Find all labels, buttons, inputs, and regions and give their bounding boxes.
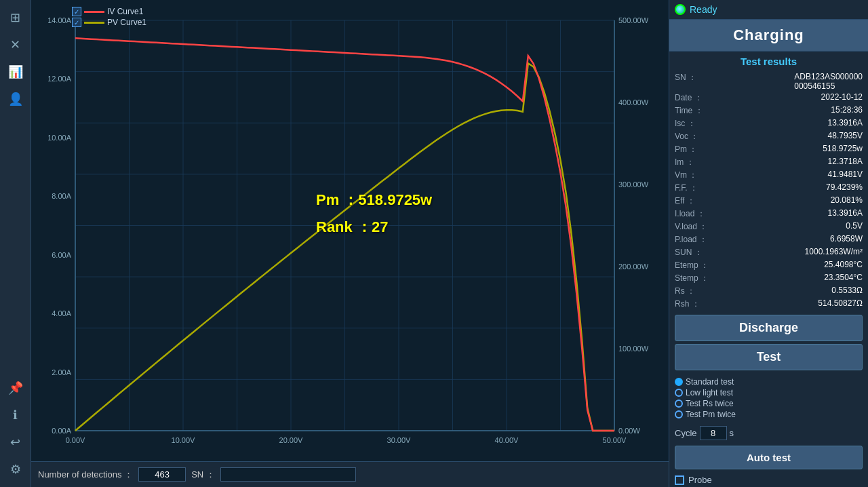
sidebar-item-settings[interactable]: ⚙ bbox=[3, 457, 28, 482]
radio-standard-label: Standard test bbox=[686, 377, 734, 387]
discharge-button[interactable]: Discharge bbox=[675, 315, 863, 341]
sun-row: SUN ： 1000.1963W/m² bbox=[675, 246, 863, 259]
isc-label: Isc ： bbox=[675, 118, 696, 130]
status-bar: Ready bbox=[669, 0, 868, 20]
pload-row: P.load ： 6.6958W bbox=[675, 233, 863, 246]
pm-value: 518.9725w bbox=[823, 144, 863, 155]
probe-row: Probe bbox=[669, 472, 868, 487]
iv-curve-label: IV Curve1 bbox=[107, 7, 143, 16]
vm-label: Vm ： bbox=[675, 170, 697, 181]
radio-lowlight-circle bbox=[675, 389, 683, 397]
sn-label: SN ： bbox=[191, 469, 215, 481]
iload-value: 13.3916A bbox=[828, 208, 863, 220]
radio-rs-label: Test Rs twice bbox=[686, 399, 734, 408]
pv-curve-check[interactable]: ✓ bbox=[72, 18, 81, 27]
probe-label: Probe bbox=[688, 475, 712, 485]
pm-row: Pm ： 518.9725w bbox=[675, 143, 863, 156]
rsh-row: Rsh ： 514.50827Ω bbox=[675, 298, 863, 311]
iv-curve-check[interactable]: ✓ bbox=[72, 7, 81, 16]
ff-label: F.F. ： bbox=[675, 182, 698, 194]
iload-label: I.load ： bbox=[675, 208, 705, 220]
radio-pm-label: Test Pm twice bbox=[686, 410, 736, 419]
eff-row: Eff ： 20.081% bbox=[675, 195, 863, 208]
stemp-value: 23.3504°C bbox=[824, 273, 863, 284]
sidebar: ⊞ ✕ 📊 👤 📌 ℹ ↩ ⚙ bbox=[0, 0, 31, 487]
probe-checkbox[interactable] bbox=[675, 475, 684, 485]
sidebar-item-close[interactable]: ✕ bbox=[3, 33, 28, 57]
vm-value: 41.9481V bbox=[828, 170, 863, 181]
rsh-label: Rsh ： bbox=[675, 298, 700, 310]
date-value: 2022-10-12 bbox=[821, 92, 863, 104]
sidebar-item-info[interactable]: ℹ bbox=[3, 403, 28, 427]
rsh-value: 514.50827Ω bbox=[818, 298, 863, 310]
radio-lowlight[interactable]: Low light test bbox=[675, 388, 863, 397]
time-label: Time ： bbox=[675, 105, 703, 117]
vload-label: V.load ： bbox=[675, 221, 707, 233]
radio-lowlight-label: Low light test bbox=[686, 388, 733, 397]
ready-indicator: Ready bbox=[675, 4, 717, 15]
test-results-title: Test results bbox=[675, 56, 863, 67]
sun-value: 1000.1963W/m² bbox=[805, 247, 863, 258]
auto-test-button[interactable]: Auto test bbox=[675, 446, 863, 469]
ready-dot bbox=[675, 4, 686, 15]
ff-value: 79.4239% bbox=[826, 182, 863, 194]
sun-label: SUN ： bbox=[675, 247, 703, 258]
bottom-bar: Number of detections ： SN ： bbox=[31, 461, 669, 487]
time-value: 15:28:36 bbox=[831, 105, 863, 117]
etemp-value: 25.4098°C bbox=[824, 260, 863, 271]
voc-row: Voc ： 48.7935V bbox=[675, 130, 863, 143]
im-label: Im ： bbox=[675, 157, 694, 168]
radio-standard[interactable]: Standard test bbox=[675, 377, 863, 387]
sn-value: ADB123AS000000000546155 bbox=[794, 72, 863, 91]
cycle-input[interactable] bbox=[700, 426, 727, 440]
sn-label: SN ： bbox=[675, 72, 696, 91]
radio-group: Standard test Low light test Test Rs twi… bbox=[669, 373, 868, 423]
right-panel: Ready Charging Test results SN ： ADB123A… bbox=[669, 0, 868, 487]
rs-label: Rs ： bbox=[675, 286, 695, 297]
chart-area: ✓ IV Curve1 ✓ PV Curve1 Pm ：518.9725w Ra… bbox=[31, 0, 669, 461]
pv-curve-label: PV Curve1 bbox=[107, 18, 146, 27]
vm-row: Vm ： 41.9481V bbox=[675, 169, 863, 182]
rs-value: 0.5533Ω bbox=[831, 286, 863, 297]
isc-value: 13.3916A bbox=[828, 118, 863, 130]
cycle-label: Cycle bbox=[675, 428, 697, 438]
vload-value: 0.5V bbox=[846, 221, 863, 233]
im-value: 12.3718A bbox=[828, 157, 863, 168]
eff-value: 20.081% bbox=[831, 195, 863, 207]
radio-pm-circle bbox=[675, 410, 683, 418]
ff-row: F.F. ： 79.4239% bbox=[675, 182, 863, 195]
etemp-row: Etemp ： 25.4098°C bbox=[675, 259, 863, 272]
sn-input[interactable] bbox=[220, 467, 356, 482]
charging-button[interactable]: Charging bbox=[669, 20, 868, 52]
time-row: Time ： 15:28:36 bbox=[675, 104, 863, 117]
pload-label: P.load ： bbox=[675, 234, 707, 246]
radio-standard-circle bbox=[675, 378, 683, 386]
rank-annotation: Rank ：27 bbox=[316, 217, 388, 237]
eff-label: Eff ： bbox=[675, 195, 695, 207]
radio-rs-circle bbox=[675, 400, 683, 408]
sn-row: SN ： ADB123AS000000000546155 bbox=[675, 71, 863, 92]
sidebar-item-chart[interactable]: 📊 bbox=[3, 60, 28, 84]
radio-pm[interactable]: Test Pm twice bbox=[675, 410, 863, 419]
im-row: Im ： 12.3718A bbox=[675, 156, 863, 169]
pm-annotation: Pm ：518.9725w bbox=[316, 190, 432, 210]
rs-row: Rs ： 0.5533Ω bbox=[675, 285, 863, 298]
voc-value: 48.7935V bbox=[828, 131, 863, 142]
radio-rs[interactable]: Test Rs twice bbox=[675, 399, 863, 408]
voc-label: Voc ： bbox=[675, 131, 698, 142]
iload-row: I.load ： 13.3916A bbox=[675, 208, 863, 220]
sidebar-item-user[interactable]: 👤 bbox=[3, 87, 28, 111]
sidebar-item-pin[interactable]: 📌 bbox=[3, 376, 28, 400]
chart-legend: ✓ IV Curve1 ✓ PV Curve1 bbox=[72, 7, 146, 28]
stemp-label: Stemp ： bbox=[675, 273, 709, 284]
date-label: Date ： bbox=[675, 92, 703, 104]
vload-row: V.load ： 0.5V bbox=[675, 220, 863, 233]
ready-label: Ready bbox=[690, 4, 717, 15]
stemp-row: Stemp ： 23.3504°C bbox=[675, 272, 863, 285]
sidebar-item-back[interactable]: ↩ bbox=[3, 430, 28, 454]
pload-value: 6.6958W bbox=[830, 234, 863, 246]
test-button[interactable]: Test bbox=[675, 344, 863, 370]
sidebar-item-grid[interactable]: ⊞ bbox=[3, 5, 28, 30]
detections-input[interactable] bbox=[138, 467, 186, 482]
cycle-unit: s bbox=[730, 428, 734, 438]
